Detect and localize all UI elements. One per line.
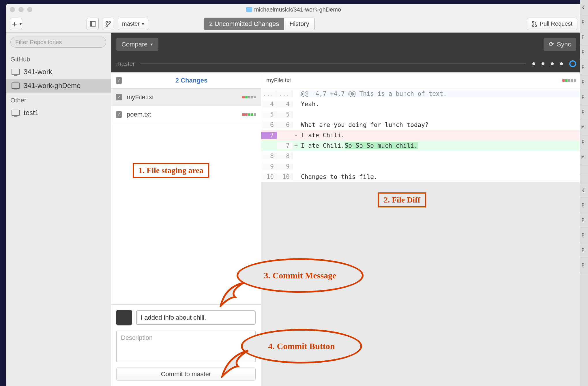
branch-selector[interactable]: master ▾ [118,18,148,30]
compare-button[interactable]: Compare ▼ [116,38,158,51]
repo-icon [12,110,20,116]
file-item-poem[interactable]: ✓ poem.txt [111,106,261,123]
diff-indicator [242,96,256,98]
minimize-window-icon[interactable] [18,7,24,12]
pull-request-button[interactable]: Pull Request [527,18,577,30]
sidebar-item-341-work-ghdemo[interactable]: 341-work-ghDemo [6,79,111,93]
sync-icon: ⟳ [549,41,554,48]
pull-request-label: Pull Request [540,20,572,27]
commit-dot[interactable] [532,62,535,65]
svg-point-6 [532,25,534,27]
stage-all-checkbox[interactable]: ✓ [116,77,122,84]
annotation-4-callout: 4. Commit Button [241,329,362,363]
diff-filename: myFile.txt [266,77,291,84]
filter-repos-input[interactable]: Filter Repositories [10,37,106,48]
window-title: michaelmusick/341-work-ghDemo [254,6,341,13]
avatar [116,310,132,325]
svg-point-3 [106,25,108,27]
repo-icon [12,83,20,89]
commit-dot[interactable] [560,62,563,65]
folder-icon [246,7,252,12]
zoom-window-icon[interactable] [27,7,32,12]
annotation-3-callout: 3. Commit Message [237,258,364,293]
sidebar-item-341-work[interactable]: 341-work [6,65,111,79]
tab-changes[interactable]: 2 Uncommitted Changes [204,18,284,30]
diff-body: ......@@ -4,7 +4,7 @@ This is a bunch of… [261,89,581,182]
branch-name: master [122,20,140,27]
toolbar: ＋▾ master ▾ 2 Uncommitted Changes Histor… [6,15,581,33]
svg-point-5 [532,21,534,23]
toggle-sidebar-button[interactable] [87,18,99,30]
close-window-icon[interactable] [10,7,15,12]
chevron-down-icon: ▼ [150,42,153,46]
sidebar-group-other: Other [6,93,111,106]
current-commit-dot[interactable] [569,60,576,67]
chevron-down-icon: ▾ [142,22,144,26]
add-repo-button[interactable]: ＋▾ [10,18,22,30]
svg-point-2 [106,21,108,23]
file-item-myfile[interactable]: ✓ myFile.txt [111,89,261,106]
sidebar-item-test1[interactable]: test1 [6,106,111,120]
annotation-2: 2. File Diff [378,192,426,207]
sync-button[interactable]: ⟳Sync [544,38,576,51]
stage-checkbox[interactable]: ✓ [116,111,122,118]
repo-icon [12,69,20,75]
commit-timeline [141,60,576,67]
diff-indicator [562,79,576,82]
timeline-branch-label: master [116,60,135,67]
stage-checkbox[interactable]: ✓ [116,94,122,100]
compare-bar: Compare ▼ ⟳Sync master [111,33,581,72]
svg-rect-1 [90,21,92,27]
svg-point-4 [109,21,111,23]
commit-summary-input[interactable] [136,310,256,325]
changes-count: 2 Changes [127,77,256,84]
sidebar-group-github: GitHub [6,52,111,65]
diff-indicator [242,113,256,116]
titlebar: michaelmusick/341-work-ghDemo [6,4,581,15]
commit-dot[interactable] [542,62,544,65]
sidebar: Filter Repositories GitHub 341-work 341-… [6,33,111,386]
background-gutter: KPFPPPPPMPMKPPPPP [580,0,588,386]
annotation-1: 1. File staging area [133,163,209,178]
tab-history[interactable]: History [284,18,314,30]
commit-dot[interactable] [551,62,554,65]
changes-panel: ✓ 2 Changes ✓ myFile.txt ✓ poem.txt [111,72,261,386]
create-branch-button[interactable] [102,18,114,30]
svg-point-7 [535,25,537,27]
